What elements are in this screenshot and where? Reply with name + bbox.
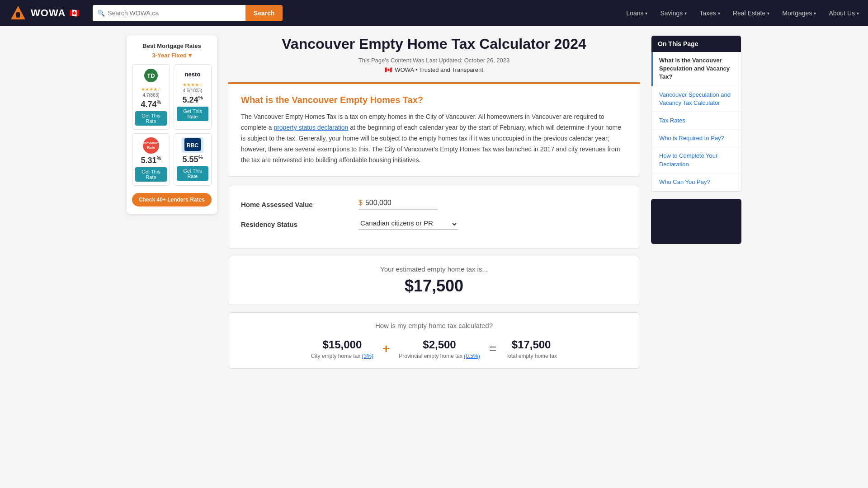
on-this-page-item-2[interactable]: Vancouver Speculation and Vacancy Tax Ca… (651, 86, 741, 112)
provincial-rate-link[interactable]: (0.5%) (464, 353, 480, 359)
rbc-logo-icon: RBC (184, 138, 201, 151)
residency-status-select[interactable]: Canadian citizens or PR Foreign national… (359, 219, 458, 230)
city-rate-link[interactable]: (3%) (362, 353, 373, 359)
chevron-down-icon: ▾ (814, 11, 816, 16)
right-sidebar: On This Page What is the Vancouver Specu… (651, 35, 741, 369)
city-tax-amount: $15,000 (311, 338, 373, 351)
chevron-down-icon: ▾ (645, 11, 647, 16)
result-amount: $17,500 (237, 277, 631, 296)
on-this-page-item-4[interactable]: Who is Required to Pay? (651, 130, 741, 147)
on-this-page-item-3[interactable]: Tax Rates (651, 112, 741, 130)
mortgage-rates-card: Best Mortgage Rates 3-Year Fixed ▾ TD ★★… (127, 35, 217, 214)
promo-rate: 5.31% (135, 155, 167, 165)
residency-status-row: Residency Status Canadian citizens or PR… (241, 219, 627, 230)
nav-about-us[interactable]: About Us ▾ (829, 9, 859, 17)
td-logo: TD (135, 68, 167, 85)
equals-operator: = (489, 342, 496, 356)
home-value-label: Home Assessed Value (241, 201, 349, 208)
property-declaration-link[interactable]: property status declaration (274, 124, 348, 131)
nav-mortgages[interactable]: Mortgages ▾ (782, 9, 816, 17)
home-value-row: Home Assessed Value $ (241, 199, 627, 210)
home-value-input[interactable] (365, 199, 438, 207)
section-body: The Vancouver Empty Homes Tax is a tax o… (241, 112, 627, 165)
what-is-section: What is the Vancouver Empty Homes Tax? T… (228, 84, 640, 177)
search-input[interactable] (108, 9, 241, 17)
td-logo-icon: TD (144, 68, 158, 83)
page-meta-date: This Page's Content Was Last Updated: Oc… (228, 57, 640, 64)
on-this-page-list: What is the Vancouver Speculation and Va… (651, 52, 741, 191)
nav-real-estate[interactable]: Real Estate ▾ (733, 9, 769, 17)
canada-flag-icon: 🇨🇦 (69, 8, 79, 18)
breakdown-box: How is my empty home tax calculated? $15… (228, 312, 640, 369)
lender-card-td[interactable]: TD ★★★★☆ 4.7(863) 4.74% Get This Rate (132, 64, 170, 130)
total-tax-item: $17,500 Total empty home tax (505, 338, 557, 359)
total-tax-label: Total empty home tax (505, 353, 557, 359)
lender-card-rbc[interactable]: RBC 5.55% Get This Rate (174, 133, 212, 186)
lender-card-nesto[interactable]: nesto ★★★★☆ 4.5(1003) 5.24% Get This Rat… (174, 64, 212, 130)
chevron-down-icon: ▾ (718, 11, 720, 16)
main-content: Vancouver Empty Home Tax Calculator 2024… (228, 35, 640, 369)
mortgage-rates-title: Best Mortgage Rates (132, 42, 212, 49)
provincial-tax-amount: $2,500 (399, 338, 480, 351)
wowa-logo-icon (9, 4, 27, 22)
nav-taxes[interactable]: Taxes ▾ (699, 9, 720, 17)
search-input-wrapper: 🔍 (93, 5, 245, 21)
logo[interactable]: WOWA 🇨🇦 (9, 4, 79, 22)
td-get-rate-button[interactable]: Get This Rate (135, 111, 167, 126)
breakdown-row: $15,000 City empty home tax (3%) + $2,50… (241, 338, 627, 359)
td-rating: 4.7(863) (135, 93, 167, 98)
svg-text:TD: TD (147, 72, 155, 79)
nav-loans[interactable]: Loans ▾ (626, 9, 647, 17)
rbc-get-rate-button[interactable]: Get This Rate (177, 166, 208, 181)
provincial-tax-item: $2,500 Provincial empty home tax (0.5%) (399, 338, 480, 359)
nesto-get-rate-button[interactable]: Get This Rate (177, 107, 208, 121)
svg-text:RBC: RBC (187, 142, 198, 149)
nesto-stars: ★★★★☆ (177, 82, 208, 87)
trusted-badge: 🇨🇦 WOWA • Trusted and Transparent (228, 66, 640, 73)
on-this-page-header: On This Page (651, 36, 741, 52)
residency-status-label: Residency Status (241, 221, 349, 228)
main-nav: Loans ▾ Savings ▾ Taxes ▾ Real Estate ▾ … (626, 9, 859, 17)
ad-box (651, 199, 741, 244)
page-title: Vancouver Empty Home Tax Calculator 2024 (228, 35, 640, 52)
svg-rect-1 (16, 12, 20, 18)
chevron-down-icon: ▾ (767, 11, 769, 16)
provincial-tax-label: Provincial empty home tax (0.5%) (399, 353, 480, 359)
canada-flag-small: 🇨🇦 (385, 66, 392, 73)
logo-text: WOWA (31, 7, 66, 19)
td-stars: ★★★★☆ (135, 87, 167, 92)
promo-get-rate-button[interactable]: Get This Rate (135, 167, 167, 182)
on-this-page-item-5[interactable]: How to Complete Your Declaration (651, 147, 741, 173)
lender-grid: TD ★★★★☆ 4.7(863) 4.74% Get This Rate ne… (132, 64, 212, 186)
chevron-down-icon: ▾ (684, 11, 687, 16)
on-this-page-item-1[interactable]: What is the Vancouver Speculation and Va… (651, 52, 741, 86)
lender-card-promo[interactable]: Promotional Rate 5.31% Get This Rate (132, 133, 170, 186)
plus-operator: + (382, 342, 390, 356)
td-rate: 4.74% (135, 99, 167, 109)
header: WOWA 🇨🇦 🔍 Search Loans ▾ Savings ▾ Taxes… (0, 0, 868, 26)
search-button[interactable]: Search (245, 5, 283, 21)
search-area: 🔍 Search (93, 5, 283, 21)
nesto-logo: nesto (177, 68, 208, 80)
city-tax-label: City empty home tax (3%) (311, 353, 373, 359)
city-tax-item: $15,000 City empty home tax (3%) (311, 338, 373, 359)
home-value-input-wrapper: $ (359, 199, 438, 210)
rbc-rate: 5.55% (177, 155, 208, 164)
rbc-logo: RBC (182, 137, 203, 153)
left-sidebar: Best Mortgage Rates 3-Year Fixed ▾ TD ★★… (127, 35, 217, 369)
section-heading: What is the Vancouver Empty Homes Tax? (241, 95, 627, 105)
dollar-icon: $ (359, 199, 363, 207)
breakdown-title: How is my empty home tax calculated? (241, 322, 627, 329)
promo-badge: Promotional Rate (143, 137, 159, 154)
nesto-rating: 4.5(1003) (177, 88, 208, 93)
rate-type-selector[interactable]: 3-Year Fixed ▾ (132, 52, 212, 59)
on-this-page-item-6[interactable]: Who Can You Pay? (651, 174, 741, 191)
on-this-page-nav: On This Page What is the Vancouver Specu… (651, 35, 741, 192)
nav-savings[interactable]: Savings ▾ (660, 9, 687, 17)
check-lenders-button[interactable]: Check 40+ Lenders Rates (132, 193, 212, 206)
chevron-down-icon: ▾ (857, 11, 859, 16)
page-layout: Best Mortgage Rates 3-Year Fixed ▾ TD ★★… (118, 26, 750, 378)
nesto-rate: 5.24% (177, 95, 208, 105)
result-box: Your estimated empty home tax is... $17,… (228, 256, 640, 305)
calculator-section: Home Assessed Value $ Residency Status C… (228, 186, 640, 249)
